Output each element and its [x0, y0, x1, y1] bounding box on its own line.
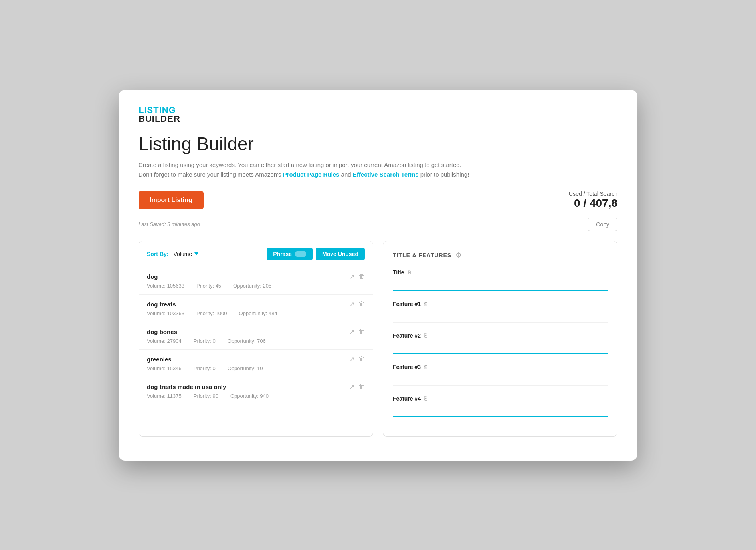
export-icon[interactable]: ↗ [349, 328, 354, 336]
keyword-actions: ↗ 🗑 [349, 273, 365, 280]
gear-icon[interactable]: ⚙ [455, 251, 462, 260]
keyword-opportunity: Opportunity: 484 [239, 310, 277, 316]
chevron-down-icon [194, 252, 198, 255]
export-icon[interactable]: ↗ [349, 383, 354, 391]
feature-label-1: Feature #1 ⎘ [393, 301, 608, 307]
keywords-panel: Sort By: Volume Phrase Move Unused dog [139, 241, 373, 437]
keyword-priority: Priority: 45 [196, 283, 221, 289]
feature-field-2: Feature #2 ⎘ [393, 332, 608, 354]
app-window: LISTING BUILDER Listing Builder Create a… [119, 90, 637, 461]
delete-icon[interactable]: 🗑 [358, 273, 365, 280]
feature-label-text: Feature #2 [393, 332, 421, 339]
top-action-row: Import Listing Used / Total Search 0 / 4… [139, 191, 617, 210]
sort-select[interactable]: Volume [173, 251, 198, 257]
phrase-label: Phrase [273, 251, 292, 257]
feature-label-text: Title [393, 269, 404, 276]
move-unused-button[interactable]: Move Unused [316, 248, 365, 260]
sort-by-label: Sort By: [147, 251, 168, 257]
feature-label-3: Feature #3 ⎘ [393, 364, 608, 370]
features-header: TITLE & FEATURES ⚙ [393, 251, 608, 260]
logo-builder: BUILDER [139, 115, 617, 123]
keyword-priority: Priority: 0 [194, 338, 216, 344]
last-saved-label: Last Saved: 3 minutes ago [139, 221, 200, 227]
feature-field-1: Feature #1 ⎘ [393, 301, 608, 323]
keyword-name: greenies [147, 356, 172, 363]
feature-field-0: Title ⎘ [393, 269, 608, 291]
feature-field-4: Feature #4 ⎘ [393, 395, 608, 417]
keyword-item: dog ↗ 🗑 Volume: 105633 Priority: 45 Oppo… [139, 267, 373, 295]
keyword-volume: Volume: 27904 [147, 338, 182, 344]
features-panel: TITLE & FEATURES ⚙ Title ⎘ Feature #1 ⎘ … [383, 241, 617, 437]
keyword-meta: Volume: 27904 Priority: 0 Opportunity: 7… [147, 338, 365, 344]
logo-listing: LISTING [139, 106, 617, 115]
keyword-meta: Volume: 103363 Priority: 1000 Opportunit… [147, 310, 365, 316]
panel-actions: Phrase Move Unused [267, 248, 365, 260]
feature-label-4: Feature #4 ⎘ [393, 395, 608, 402]
keyword-volume: Volume: 15346 [147, 365, 182, 371]
keyword-actions: ↗ 🗑 [349, 355, 365, 363]
feature-input-4[interactable] [393, 405, 608, 417]
features-title: TITLE & FEATURES [393, 252, 451, 258]
feature-label-text: Feature #3 [393, 364, 421, 370]
keyword-priority: Priority: 90 [194, 393, 218, 399]
copy-field-icon[interactable]: ⎘ [424, 395, 427, 401]
feature-field-3: Feature #3 ⎘ [393, 364, 608, 386]
stats-value: 0 / 407,8 [569, 197, 617, 210]
keyword-volume: Volume: 103363 [147, 310, 184, 316]
feature-label-2: Feature #2 ⎘ [393, 332, 608, 339]
phrase-toggle[interactable] [295, 251, 306, 257]
delete-icon[interactable]: 🗑 [358, 300, 365, 308]
effective-search-terms-link[interactable]: Effective Search Terms [353, 171, 419, 178]
keyword-opportunity: Opportunity: 10 [228, 365, 263, 371]
feature-input-3[interactable] [393, 373, 608, 385]
keyword-actions: ↗ 🗑 [349, 300, 365, 308]
keyword-volume: Volume: 11375 [147, 393, 182, 399]
copy-field-icon[interactable]: ⎘ [424, 301, 427, 307]
keyword-volume: Volume: 105633 [147, 283, 184, 289]
keyword-name: dog [147, 273, 158, 280]
phrase-button[interactable]: Phrase [267, 248, 313, 260]
keyword-actions: ↗ 🗑 [349, 328, 365, 336]
keyword-name: dog treats [147, 301, 176, 308]
delete-icon[interactable]: 🗑 [358, 355, 365, 363]
keyword-actions: ↗ 🗑 [349, 383, 365, 391]
page-title: Listing Builder [139, 133, 617, 155]
search-stats: Used / Total Search 0 / 407,8 [569, 191, 617, 210]
feature-input-1[interactable] [393, 310, 608, 322]
keyword-item: dog treats made in usa only ↗ 🗑 Volume: … [139, 377, 373, 405]
keyword-item: greenies ↗ 🗑 Volume: 15346 Priority: 0 O… [139, 350, 373, 377]
logo: LISTING BUILDER [139, 106, 617, 123]
save-row: Last Saved: 3 minutes ago Copy [139, 218, 617, 231]
export-icon[interactable]: ↗ [349, 355, 354, 363]
feature-label-0: Title ⎘ [393, 269, 608, 276]
product-page-rules-link[interactable]: Product Page Rules [283, 171, 340, 178]
keyword-item: dog treats ↗ 🗑 Volume: 103363 Priority: … [139, 295, 373, 322]
keyword-name: dog treats made in usa only [147, 383, 226, 390]
feature-label-text: Feature #4 [393, 395, 421, 402]
stats-label: Used / Total Search [569, 191, 617, 197]
feature-label-text: Feature #1 [393, 301, 421, 307]
export-icon[interactable]: ↗ [349, 273, 354, 280]
copy-button[interactable]: Copy [588, 218, 617, 231]
keyword-priority: Priority: 0 [194, 365, 216, 371]
delete-icon[interactable]: 🗑 [358, 328, 365, 336]
keyword-meta: Volume: 11375 Priority: 90 Opportunity: … [147, 393, 365, 399]
keyword-opportunity: Opportunity: 940 [230, 393, 269, 399]
copy-field-icon[interactable]: ⎘ [424, 332, 427, 338]
feature-input-0[interactable] [393, 279, 608, 291]
keyword-list: dog ↗ 🗑 Volume: 105633 Priority: 45 Oppo… [139, 267, 373, 405]
keyword-opportunity: Opportunity: 205 [233, 283, 271, 289]
keyword-priority: Priority: 1000 [196, 310, 227, 316]
keyword-item: dog bones ↗ 🗑 Volume: 27904 Priority: 0 … [139, 322, 373, 350]
import-listing-button[interactable]: Import Listing [139, 191, 204, 209]
delete-icon[interactable]: 🗑 [358, 383, 365, 391]
main-content: Sort By: Volume Phrase Move Unused dog [139, 241, 617, 437]
feature-input-2[interactable] [393, 342, 608, 354]
copy-field-icon[interactable]: ⎘ [408, 269, 411, 275]
features-fields: Title ⎘ Feature #1 ⎘ Feature #2 ⎘ Featur… [393, 269, 608, 417]
keyword-meta: Volume: 105633 Priority: 45 Opportunity:… [147, 283, 365, 289]
keyword-opportunity: Opportunity: 706 [228, 338, 266, 344]
page-description: Create a listing using your keywords. Yo… [139, 160, 617, 179]
export-icon[interactable]: ↗ [349, 300, 354, 308]
copy-field-icon[interactable]: ⎘ [424, 364, 427, 370]
